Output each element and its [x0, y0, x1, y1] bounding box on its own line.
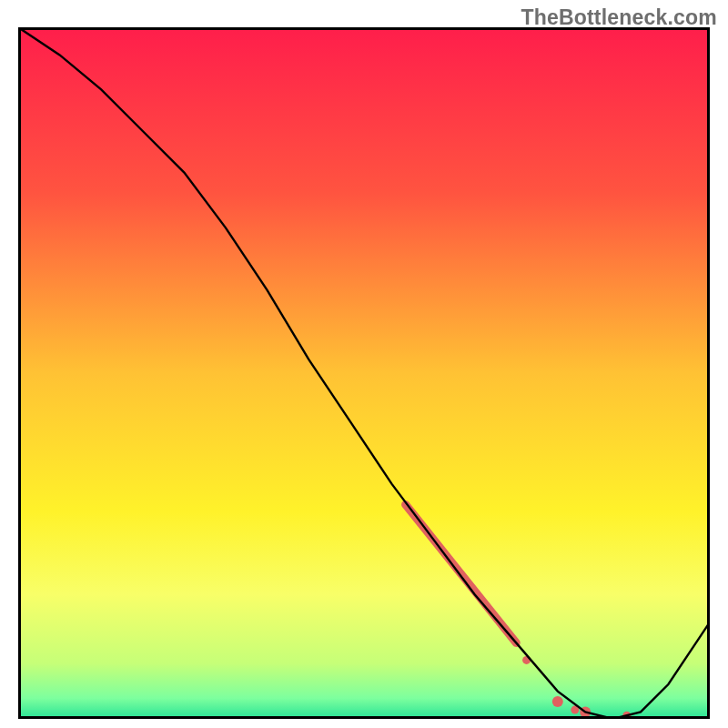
plot-svg: [18, 27, 710, 719]
highlight-point: [552, 696, 563, 707]
gradient-background: [18, 27, 710, 719]
watermark-text: TheBottleneck.com: [521, 5, 717, 30]
chart-frame: TheBottleneck.com: [0, 0, 728, 728]
